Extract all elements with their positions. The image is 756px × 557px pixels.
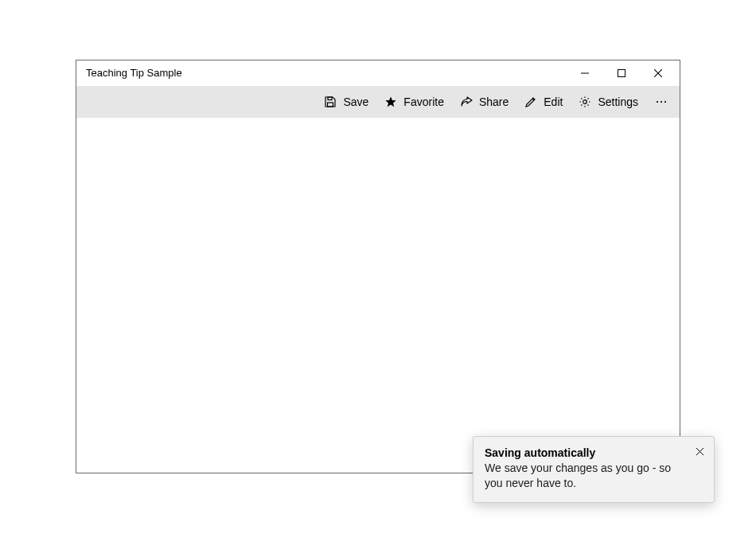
- close-icon: [696, 448, 703, 455]
- teaching-tip-body: We save your changes as you go - so you …: [485, 461, 685, 491]
- settings-label: Settings: [598, 95, 638, 108]
- share-icon: [460, 95, 473, 108]
- more-button[interactable]: [646, 86, 676, 118]
- edit-label: Edit: [544, 95, 563, 108]
- ellipsis-icon: [655, 100, 668, 103]
- save-icon: [324, 95, 337, 108]
- caption-buttons: [567, 60, 676, 86]
- close-window-button[interactable]: [640, 60, 676, 86]
- command-bar: Save Favorite Share: [76, 86, 680, 118]
- svg-point-7: [583, 100, 587, 104]
- minimize-icon: [581, 69, 589, 77]
- settings-button[interactable]: Settings: [571, 86, 646, 118]
- svg-rect-5: [328, 97, 332, 100]
- svg-rect-4: [328, 103, 333, 107]
- save-label: Save: [343, 95, 368, 108]
- favorite-label: Favorite: [403, 95, 444, 108]
- svg-point-8: [657, 101, 658, 103]
- share-button[interactable]: Share: [452, 86, 516, 118]
- teaching-tip-close-button[interactable]: [692, 443, 707, 459]
- teaching-tip-title: Saving automatically: [485, 446, 685, 459]
- svg-rect-1: [618, 70, 625, 77]
- app-window: Teaching Tip Sample: [76, 60, 680, 473]
- save-button[interactable]: Save: [316, 86, 376, 118]
- maximize-button[interactable]: [603, 60, 640, 86]
- pencil-icon: [524, 95, 537, 108]
- minimize-button[interactable]: [567, 60, 603, 86]
- svg-point-9: [661, 101, 662, 103]
- gear-icon: [579, 95, 591, 108]
- titlebar: Teaching Tip Sample: [76, 60, 680, 86]
- star-icon: [384, 95, 397, 108]
- svg-point-10: [664, 101, 666, 103]
- share-label: Share: [479, 95, 509, 108]
- teaching-tip: Saving automatically We save your change…: [473, 436, 715, 503]
- maximize-icon: [618, 69, 625, 77]
- close-icon: [654, 69, 662, 77]
- window-title: Teaching Tip Sample: [86, 60, 567, 86]
- edit-button[interactable]: Edit: [516, 86, 571, 118]
- favorite-button[interactable]: Favorite: [376, 86, 452, 118]
